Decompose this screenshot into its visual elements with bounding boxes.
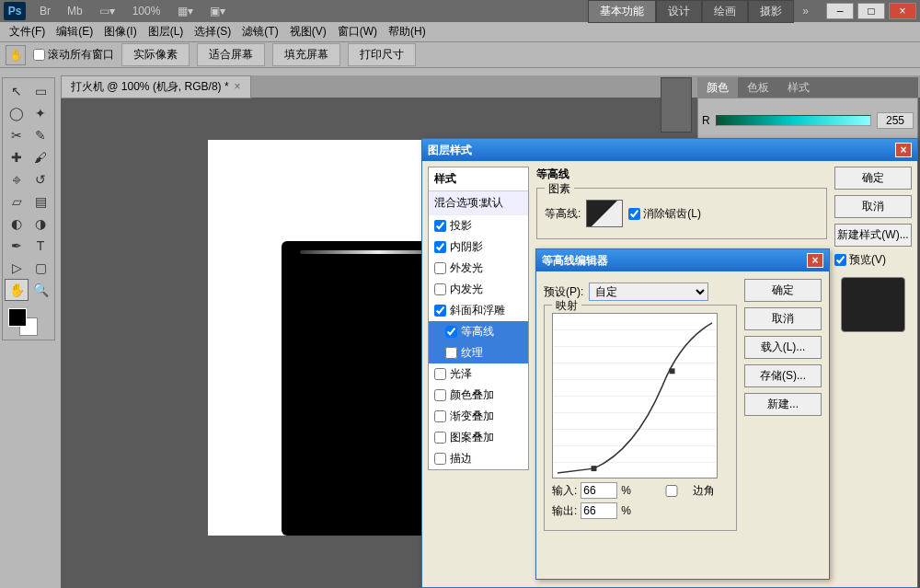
move-tool-icon[interactable]: ↖: [5, 80, 29, 102]
corner-checkbox[interactable]: 边角: [653, 483, 715, 499]
menu-window[interactable]: 窗口(W): [332, 22, 383, 41]
eraser-tool-icon[interactable]: ▱: [5, 190, 29, 213]
styles-header[interactable]: 样式: [429, 167, 528, 191]
zoom-level[interactable]: 100%: [132, 5, 161, 17]
minibridge-icon[interactable]: Mb: [61, 2, 89, 20]
menu-view[interactable]: 视图(V): [284, 22, 332, 41]
contour-editor-titlebar[interactable]: 等高线编辑器 ×: [536, 249, 829, 271]
menu-file[interactable]: 文件(F): [4, 22, 51, 41]
workspace-more-icon[interactable]: »: [796, 2, 815, 20]
close-icon[interactable]: ×: [895, 143, 912, 157]
tab-color[interactable]: 颜色: [697, 77, 738, 98]
lasso-tool-icon[interactable]: ◯: [5, 102, 29, 124]
style-grad-overlay[interactable]: 渐变叠加: [429, 406, 528, 427]
layer-style-titlebar[interactable]: 图层样式 ×: [422, 139, 917, 161]
arrange-icon[interactable]: ▦▾: [171, 2, 200, 20]
save-button[interactable]: 存储(S)...: [744, 364, 822, 387]
wand-tool-icon[interactable]: ✦: [29, 102, 52, 124]
shape-tool-icon[interactable]: ▢: [29, 257, 52, 279]
blur-tool-icon[interactable]: ◐: [5, 213, 29, 235]
color-swatches[interactable]: [5, 306, 52, 338]
contour-picker[interactable]: [586, 200, 623, 227]
style-texture[interactable]: 纹理: [429, 342, 528, 363]
style-color-overlay[interactable]: 颜色叠加: [429, 385, 528, 406]
hand-tool-icon[interactable]: ✋: [6, 45, 26, 65]
menu-image[interactable]: 图像(I): [98, 22, 142, 41]
menu-edit[interactable]: 编辑(E): [51, 22, 98, 41]
preview-thumbnail: [841, 277, 905, 332]
style-outer-glow[interactable]: 外发光: [429, 258, 528, 279]
style-satin[interactable]: 光泽: [429, 363, 528, 385]
elements-fieldset: 图素 等高线: 消除锯齿(L): [536, 188, 827, 239]
brush-tool-icon[interactable]: 🖌: [29, 146, 52, 168]
r-slider[interactable]: [716, 115, 871, 126]
curve-editor[interactable]: [552, 313, 718, 478]
tab-styles[interactable]: 样式: [778, 77, 819, 98]
menu-select[interactable]: 选择(S): [189, 22, 236, 41]
window-minimize[interactable]: –: [826, 3, 854, 19]
preview-checkbox[interactable]: 预览(V): [834, 252, 912, 268]
menu-layer[interactable]: 图层(L): [143, 22, 190, 41]
style-inner-shadow[interactable]: 内阴影: [429, 236, 528, 258]
document-tab-label: 打火机 @ 100% (机身, RGB/8) *: [71, 79, 229, 95]
crop-tool-icon[interactable]: ✂: [5, 124, 29, 146]
collapsed-panel-icon[interactable]: [661, 77, 692, 133]
hand-tool-icon-tb[interactable]: ✋: [5, 279, 29, 301]
close-icon[interactable]: ×: [235, 80, 241, 93]
extras-icon[interactable]: ▣▾: [203, 2, 232, 20]
workspace-design[interactable]: 设计: [656, 0, 702, 23]
style-drop-shadow[interactable]: 投影: [429, 215, 528, 236]
scroll-all-checkbox[interactable]: 滚动所有窗口: [33, 47, 114, 63]
path-tool-icon[interactable]: ▷: [5, 257, 29, 279]
new-style-button[interactable]: 新建样式(W)...: [834, 224, 912, 247]
load-button[interactable]: 载入(L)...: [744, 336, 822, 359]
actual-pixels-button[interactable]: 实际像素: [121, 43, 190, 66]
eyedropper-tool-icon[interactable]: ✎: [29, 124, 52, 146]
style-inner-glow[interactable]: 内发光: [429, 279, 528, 300]
style-contour[interactable]: 等高线: [429, 321, 528, 342]
history-brush-icon[interactable]: ↺: [29, 168, 52, 190]
preset-select[interactable]: 自定: [589, 282, 708, 301]
input-field[interactable]: [581, 482, 617, 499]
bridge-icon[interactable]: Br: [33, 2, 57, 20]
window-close[interactable]: ×: [889, 3, 916, 19]
style-pattern-overlay[interactable]: 图案叠加: [429, 427, 528, 448]
stamp-tool-icon[interactable]: ⎆: [5, 168, 29, 190]
document-tab[interactable]: 打火机 @ 100% (机身, RGB/8) * ×: [61, 75, 251, 98]
section-title: 等高线: [536, 167, 827, 182]
antialias-checkbox[interactable]: 消除锯齿(L): [628, 206, 701, 222]
blend-options[interactable]: 混合选项:默认: [429, 191, 528, 215]
cancel-button[interactable]: 取消: [834, 195, 912, 218]
fill-screen-button[interactable]: 填充屏幕: [272, 43, 340, 66]
workspace-photo[interactable]: 摄影: [748, 0, 794, 23]
menu-help[interactable]: 帮助(H): [383, 22, 431, 41]
style-bevel[interactable]: 斜面和浮雕: [429, 300, 528, 321]
foreground-swatch[interactable]: [8, 308, 27, 327]
ps-logo-icon: Ps: [4, 2, 26, 20]
fit-screen-button[interactable]: 适合屏幕: [197, 43, 265, 66]
print-size-button[interactable]: 打印尺寸: [348, 43, 416, 66]
window-maximize[interactable]: □: [857, 3, 885, 19]
pen-tool-icon[interactable]: ✒: [5, 235, 29, 257]
heal-tool-icon[interactable]: ✚: [5, 146, 29, 168]
gradient-tool-icon[interactable]: ▤: [29, 190, 52, 213]
type-tool-icon[interactable]: T: [29, 235, 52, 257]
workspace-basic[interactable]: 基本功能: [588, 0, 656, 23]
toolbox: ↖▭ ◯✦ ✂✎ ✚🖌 ⎆↺ ▱▤ ◐◑ ✒T ▷▢ ✋🔍: [2, 77, 55, 340]
ok-button[interactable]: 确定: [834, 167, 912, 190]
output-field[interactable]: [581, 502, 617, 519]
r-value[interactable]: 255: [877, 112, 914, 129]
cancel-button[interactable]: 取消: [744, 307, 822, 330]
marquee-tool-icon[interactable]: ▭: [29, 80, 52, 102]
app-topbar: Ps Br Mb ▭▾ 100% ▦▾ ▣▾ 基本功能 设计 绘画 摄影 » –…: [0, 0, 920, 22]
style-stroke[interactable]: 描边: [429, 448, 528, 469]
dodge-tool-icon[interactable]: ◑: [29, 213, 52, 235]
workspace-paint[interactable]: 绘画: [702, 0, 748, 23]
zoom-tool-icon[interactable]: 🔍: [29, 279, 52, 301]
close-icon[interactable]: ×: [807, 253, 823, 268]
new-button[interactable]: 新建...: [744, 393, 822, 416]
screen-mode-icon[interactable]: ▭▾: [93, 2, 121, 20]
menu-filter[interactable]: 滤镜(T): [236, 22, 283, 41]
ok-button[interactable]: 确定: [744, 279, 822, 302]
tab-swatches[interactable]: 色板: [738, 77, 778, 98]
